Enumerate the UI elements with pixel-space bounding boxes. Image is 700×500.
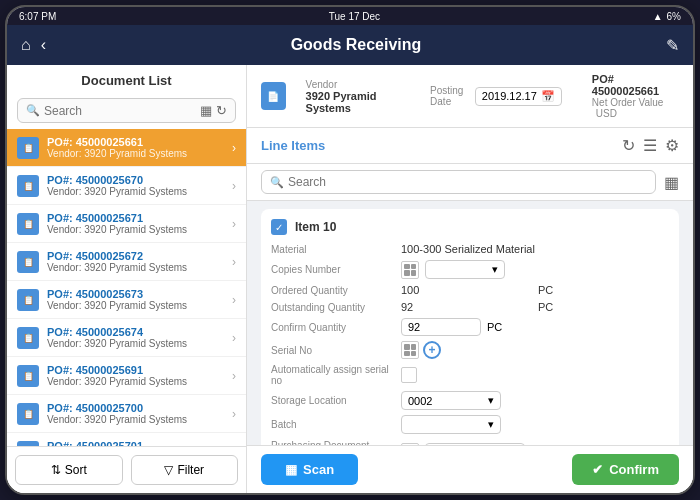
posting-date-field: Posting Date 2019.12.17 📅 (430, 85, 562, 107)
batch-row: Batch ▾ (271, 415, 669, 434)
posting-date-label: Posting Date (430, 85, 469, 107)
edit-icon[interactable]: ✎ (666, 36, 679, 55)
copies-number-label: Copies Number (271, 264, 401, 275)
po-field: PO# 45000025661 Net Order Value USD (592, 73, 679, 119)
document-list-item[interactable]: 📋 PO#: 45000025673 Vendor: 3920 Pyramid … (7, 281, 246, 319)
storage-location-value: 0002 (408, 395, 432, 407)
line-item-10: ✓ Item 10 Material 100-300 Serialized Ma… (261, 209, 679, 445)
bottom-bar: ▦ Scan ✔ Confirm (247, 445, 693, 493)
storage-location-row: Storage Location 0002 ▾ (271, 391, 669, 410)
doc-item-po: PO#: 45000025670 (47, 174, 232, 186)
document-list-item[interactable]: 📋 PO#: 45000025674 Vendor: 3920 Pyramid … (7, 319, 246, 357)
ordered-qty-label: Ordered Quantity (271, 285, 401, 296)
calendar-icon: 📅 (541, 90, 555, 103)
doc-item-info: PO#: 45000025661 Vendor: 3920 Pyramid Sy… (47, 136, 232, 159)
confirm-check-icon: ✔ (592, 462, 603, 477)
doc-item-po: PO#: 45000025673 (47, 288, 232, 300)
document-list: 📋 PO#: 45000025661 Vendor: 3920 Pyramid … (7, 129, 246, 446)
confirm-button[interactable]: ✔ Confirm (572, 454, 679, 485)
document-list-item[interactable]: 📋 PO#: 45000025672 Vendor: 3920 Pyramid … (7, 243, 246, 281)
auto-serial-label: Automatically assign serial no (271, 364, 401, 386)
doc-item-po: PO#: 45000025672 (47, 250, 232, 262)
document-list-item[interactable]: 📋 PO#: 45000025701 Vendor: 3920 Pyramid … (7, 433, 246, 446)
posting-date-input[interactable]: 2019.12.17 📅 (475, 87, 562, 106)
line-items-title: Line Items (261, 138, 622, 153)
wifi-icon: ▲ (653, 11, 663, 22)
refresh-icon[interactable]: ↻ (216, 103, 227, 118)
filter-button[interactable]: ▽ Filter (131, 455, 239, 485)
doc-item-icon: 📋 (17, 365, 39, 387)
po-label: PO# (592, 73, 614, 85)
line-items-actions: ↻ ☰ ⚙ (622, 136, 679, 155)
serial-barcode-icon[interactable] (401, 341, 419, 359)
doc-item-chevron: › (232, 407, 236, 421)
status-time: 6:07 PM (19, 11, 56, 22)
doc-item-info: PO#: 45000025670 Vendor: 3920 Pyramid Sy… (47, 174, 232, 197)
right-panel: 📄 Vendor 3920 Pyramid Systems Posting Da… (247, 65, 693, 493)
doc-item-vendor: Vendor: 3920 Pyramid Systems (47, 186, 232, 197)
item-10-checkbox[interactable]: ✓ (271, 219, 287, 235)
net-order-label: Net Order Value (592, 97, 664, 108)
page-title: Goods Receiving (46, 36, 666, 54)
line-items-search-icon: 🔍 (270, 176, 284, 189)
auto-serial-checkbox[interactable] (401, 367, 417, 383)
status-bar: 6:07 PM Tue 17 Dec ▲ 6% (7, 7, 693, 25)
batch-select[interactable]: ▾ (401, 415, 501, 434)
line-items-barcode-icon[interactable]: ▦ (664, 173, 679, 192)
doc-item-po: PO#: 45000025691 (47, 364, 232, 376)
battery-icon: 6% (667, 11, 681, 22)
doc-item-icon: 📋 (17, 327, 39, 349)
serial-add-button[interactable]: + (423, 341, 441, 359)
net-order-value: USD (596, 108, 617, 119)
doc-item-icon: 📋 (17, 175, 39, 197)
material-label: Material (271, 244, 401, 255)
status-date: Tue 17 Dec (329, 11, 380, 22)
auto-serial-row: Automatically assign serial no (271, 364, 669, 386)
line-items-search: 🔍 ▦ (247, 164, 693, 201)
list-view-icon[interactable]: ☰ (643, 136, 657, 155)
document-list-item[interactable]: 📋 PO#: 45000025670 Vendor: 3920 Pyramid … (7, 167, 246, 205)
storage-location-select[interactable]: 0002 ▾ (401, 391, 501, 410)
document-list-item[interactable]: 📋 PO#: 45000025671 Vendor: 3920 Pyramid … (7, 205, 246, 243)
serial-no-row: Serial No + (271, 341, 669, 359)
sort-icon: ⇅ (51, 463, 61, 477)
copies-barcode-icon[interactable] (401, 261, 419, 279)
scan-icon: ▦ (285, 462, 297, 477)
scan-button[interactable]: ▦ Scan (261, 454, 358, 485)
doc-item-icon: 📋 (17, 289, 39, 311)
confirm-qty-input[interactable] (401, 318, 481, 336)
doc-item-vendor: Vendor: 3920 Pyramid Systems (47, 338, 232, 349)
copies-number-input[interactable]: ▾ (425, 260, 505, 279)
doc-item-po: PO#: 45000025671 (47, 212, 232, 224)
doc-item-chevron: › (232, 141, 236, 155)
doc-item-info: PO#: 45000025674 Vendor: 3920 Pyramid Sy… (47, 326, 232, 349)
vendor-header: 📄 Vendor 3920 Pyramid Systems Posting Da… (247, 65, 693, 128)
doc-item-chevron: › (232, 179, 236, 193)
document-list-item[interactable]: 📋 PO#: 45000025700 Vendor: 3920 Pyramid … (7, 395, 246, 433)
doc-item-po: PO#: 45000025661 (47, 136, 232, 148)
barcode-icon[interactable]: ▦ (200, 103, 212, 118)
vendor-label: Vendor (306, 79, 411, 90)
doc-item-po: PO#: 45000025700 (47, 402, 232, 414)
line-items-search-input[interactable] (288, 175, 647, 189)
app-header: ⌂ ‹ Goods Receiving ✎ (7, 25, 693, 65)
material-value: 100-300 Serialized Material (401, 243, 669, 255)
filter-label: Filter (177, 463, 204, 477)
document-search-input[interactable] (44, 104, 200, 118)
item-10-number: Item 10 (295, 220, 336, 234)
doc-item-icon: 📋 (17, 403, 39, 425)
settings-line-items-icon[interactable]: ⚙ (665, 136, 679, 155)
doc-item-info: PO#: 45000025700 Vendor: 3920 Pyramid Sy… (47, 402, 232, 425)
left-panel: Document List 🔍 ▦ ↻ 📋 PO#: 45000025661 V… (7, 65, 247, 493)
sort-button[interactable]: ⇅ Sort (15, 455, 123, 485)
refresh-line-items-icon[interactable]: ↻ (622, 136, 635, 155)
line-items-content: ✓ Item 10 Material 100-300 Serialized Ma… (247, 201, 693, 445)
home-icon[interactable]: ⌂ (21, 36, 31, 54)
document-list-item[interactable]: 📋 PO#: 45000025661 Vendor: 3920 Pyramid … (7, 129, 246, 167)
doc-item-vendor: Vendor: 3920 Pyramid Systems (47, 224, 232, 235)
ordered-qty-value: 100 (401, 284, 532, 296)
doc-item-icon: 📋 (17, 251, 39, 273)
document-list-item[interactable]: 📋 PO#: 45000025691 Vendor: 3920 Pyramid … (7, 357, 246, 395)
vendor-doc-icon: 📄 (261, 82, 286, 110)
doc-item-chevron: › (232, 369, 236, 383)
